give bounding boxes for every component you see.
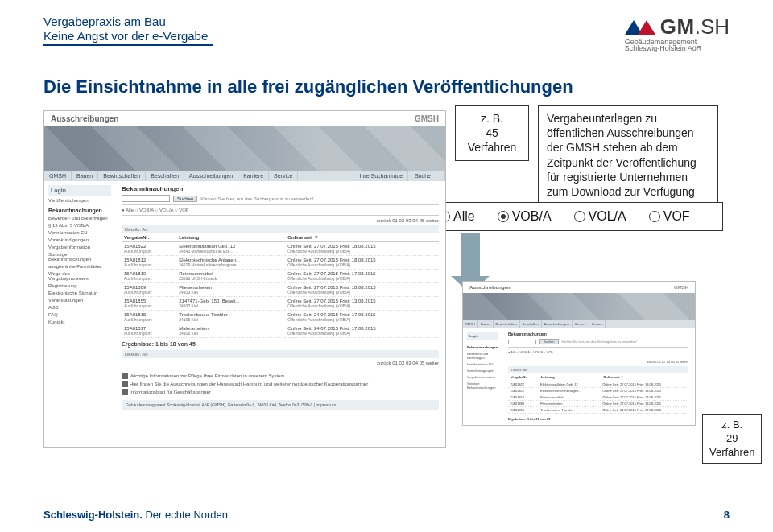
callout-right-l1: Vergabeunterlagen zu <box>547 111 709 126</box>
radio-vola[interactable]: VOL/A <box>574 209 626 224</box>
table-row[interactable]: 15A01812Ausführungsort:Elektrotechnische… <box>122 256 439 270</box>
sidebar-item[interactable]: Bekanntmachungen <box>48 208 111 213</box>
table-row[interactable]: 15A01822Elektroinstallation Geb. 12Onlin… <box>508 381 688 388</box>
sidebar-item[interactable]: Elektronische Signatur <box>48 291 111 295</box>
radio-voba[interactable]: VOB/A <box>498 209 552 224</box>
logo: GM.SH Gebäudemanagement Schleswig-Holste… <box>625 14 730 52</box>
sidebar-item[interactable]: Veranstaltungen <box>48 298 111 303</box>
callout-br-l2: 29 <box>709 432 754 446</box>
nav-item[interactable]: GMSH <box>463 320 478 328</box>
details-bar-bottom[interactable]: Details: An <box>122 350 439 358</box>
table-row[interactable]: 15A01819Ausführungsort:Reinraummöbel2356… <box>122 270 439 283</box>
table-row[interactable]: 15A01815Trockenbau u. TischlerOnline Sei… <box>508 407 688 414</box>
table-row[interactable]: 15A01819ReinraummöbelOnline Seit: 27.07.… <box>508 394 688 401</box>
table-row[interactable]: 15A01855Ausführungsort:2147471-Geb. 150,… <box>122 297 439 311</box>
details-bar-text: Details: An <box>125 227 148 232</box>
arrow-down-icon <box>461 233 480 278</box>
results-table: VergabeNr.LeistungOnline seit ▼ 15A01822… <box>122 233 439 338</box>
sidebar-item[interactable]: Vergabeinformation <box>48 245 111 250</box>
radio-voba-label: VOB/A <box>512 209 552 224</box>
sidebar-item[interactable]: Wege des Vergabeprozesses <box>48 271 111 281</box>
main-column: Bekanntmachungen Suchen Klicken Sie hier… <box>115 181 445 414</box>
th-online[interactable]: Online seit ▼ <box>285 233 439 242</box>
pager-small[interactable]: zurück 01 02 03 04 05 weiter <box>508 357 688 366</box>
search-button[interactable]: Suchen <box>173 196 197 202</box>
nav-item[interactable]: Service <box>589 320 606 328</box>
callout-left-l2: 45 <box>464 126 520 140</box>
sidebar-item[interactable]: Bewerber- und Bieterfragen <box>467 352 498 360</box>
nav-search[interactable]: Ihre Suchanfrage Suche <box>349 171 445 181</box>
header-underline <box>43 44 213 46</box>
banner-small <box>463 293 695 320</box>
nav-beschaffen[interactable]: Beschaffen <box>146 171 184 181</box>
nav-bauen[interactable]: Bauen <box>72 171 98 181</box>
header-line2: Keine Angst vor der e-Vergabe <box>43 29 213 43</box>
note-3[interactable]: 3Informationsblatt für Geschäftspartner <box>122 389 439 395</box>
sidebar-item[interactable]: Vorankündigungen <box>467 369 498 373</box>
nav-item[interactable]: Bauen <box>478 320 494 328</box>
pager-bottom[interactable]: zurück 01 02 03 04 05 weiter <box>122 358 439 368</box>
th-nr[interactable]: VergabeNr. <box>122 233 176 242</box>
sidebar-item[interactable]: § 19 Abs. 5 VOB/A <box>48 223 111 228</box>
content-area: z. B. 45 Verfahren Vergabeunterlagen zu … <box>0 105 773 484</box>
sidebar-item[interactable]: Sonstige Bekanntmachungen <box>467 381 498 390</box>
table-row[interactable]: 15A01812Elektrotechnische Anlagen...Onli… <box>508 388 688 394</box>
nav-item[interactable]: Bewirtschaften <box>494 320 520 328</box>
page-header: Vergabepraxis am Bau Keine Angst vor der… <box>0 0 773 52</box>
nav-ausschreibungen[interactable]: Ausschreibungen <box>184 171 238 181</box>
sidebar-item[interactable]: Veröffentlichungen <box>48 198 111 203</box>
search-btn-small[interactable]: Suchen <box>539 339 559 344</box>
search-line: Suchen Klicken Sie hier, um das Sucherge… <box>122 195 439 202</box>
nav-item[interactable]: Beschaffen <box>520 320 542 328</box>
table-row[interactable]: 15A01822Ausführungsort:Elektroinstallati… <box>122 242 439 256</box>
radio-vof[interactable]: VOF <box>649 209 690 224</box>
callout-right-l3: der GMSH stehen ab dem <box>547 140 709 155</box>
filter-line[interactable]: ● Alle ○ VOB/A ○ VOL/A ○ VOF <box>122 204 439 216</box>
search-input-small[interactable] <box>508 340 536 344</box>
sidebar-small: Login Bekanntmachungen Bewerber- und Bie… <box>463 328 502 426</box>
screenshot-small: AusschreibungenGMSH GMSH Bauen Bewirtsch… <box>462 281 696 426</box>
th-leistung[interactable]: Leistung <box>176 233 285 242</box>
details-bar[interactable]: Details: An <box>122 225 439 233</box>
sidebar-item[interactable]: Bekanntmachungen <box>467 345 498 349</box>
dbar-small[interactable]: Details: An <box>508 366 688 373</box>
nav-item[interactable]: Karriere <box>573 320 589 328</box>
search-input[interactable] <box>122 195 170 202</box>
nav-item[interactable]: Ausschreibungen <box>542 320 573 328</box>
table-row[interactable]: 15A01889Ausführungsort:Fliesenarbeiten24… <box>122 283 439 297</box>
sidebar-item[interactable]: ausgewählte Formblätter <box>48 264 111 269</box>
sidebar-item[interactable]: Vorankündigungen <box>48 237 111 242</box>
radio-circle-icon <box>498 211 509 222</box>
filter-small[interactable]: ● Alle ○ VOB/A ○ VOL/A ○ VOF <box>508 347 688 357</box>
login-box[interactable]: Login <box>48 185 111 196</box>
radio-callout: Alle VOB/A VOL/A VOF <box>427 202 723 231</box>
nav-bewirtschaften[interactable]: Bewirtschaften <box>98 171 146 181</box>
table-row[interactable]: 15A01815Ausführungsort:Trockenbau u. Tis… <box>122 311 439 324</box>
nav-search-btn[interactable]: Suche <box>410 171 436 181</box>
bekannt-title: Bekanntmachungen <box>122 185 439 192</box>
note-1[interactable]: 1Wichtige Informationen zur Pflege Ihrer… <box>122 373 439 379</box>
sidebar-item[interactable]: Bewerber- und Bieterfragen <box>48 216 111 221</box>
navbar: GMSH Bauen Bewirtschaften Beschaffen Aus… <box>44 171 445 181</box>
nav-search-label: Ihre Suchanfrage <box>354 171 408 181</box>
nav-karriere[interactable]: Karriere <box>238 171 269 181</box>
sidebar-item[interactable]: Vorinformation EU <box>467 362 498 366</box>
logo-text-gm: GM <box>660 14 695 39</box>
shot-title-small: Ausschreibungen <box>469 285 511 290</box>
pager-top[interactable]: zurück 01 02 03 04 05 weiter <box>122 216 439 225</box>
sidebar-item[interactable]: Vergabeinformation <box>467 375 498 379</box>
sidebar-item[interactable]: Registrierung <box>48 283 111 288</box>
note-2[interactable]: 2Hier finden Sie die Ausschreibungen der… <box>122 381 439 387</box>
login-small[interactable]: Login <box>467 332 498 340</box>
sidebar-item[interactable]: Vorinformation EU <box>48 230 111 235</box>
footer: Schleswig-Holstein. Der echte Norden. 8 <box>43 509 730 521</box>
sidebar-item[interactable]: Sonstige Bekanntmachungen <box>48 252 111 262</box>
table-row[interactable]: 15A01889FliesenarbeitenOnline Seit: 27.0… <box>508 401 688 407</box>
sidebar-item[interactable]: FAQ <box>48 312 111 317</box>
headline: Die Einsichtnahme in alle frei zugänglic… <box>0 52 773 105</box>
table-row[interactable]: 15A01817Ausführungsort:Malerarbeiten2410… <box>122 324 439 338</box>
nav-gmsh[interactable]: GMSH <box>44 171 72 181</box>
sidebar-item[interactable]: Kontakt <box>48 320 111 324</box>
sidebar-item[interactable]: AGB <box>48 305 111 310</box>
nav-service[interactable]: Service <box>269 171 298 181</box>
